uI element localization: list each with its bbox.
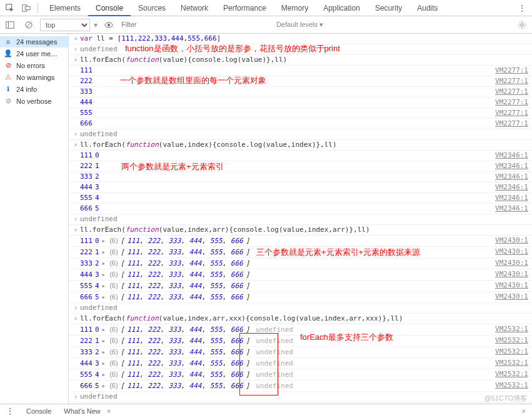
svg-point-8 [108,24,110,26]
console-input-row: › ll.forEach(function(value,index,arr){c… [69,225,532,236]
console-log-row: 333VM2277:1 [69,87,532,97]
source-link[interactable]: VM2430:1 [495,269,528,279]
source-link[interactable]: VM2277:1 [495,97,528,107]
source-link[interactable]: VM2430:1 [495,247,528,257]
tab-application[interactable]: Application [316,1,368,16]
devtools-tabbar: ElementsConsoleSourcesNetworkPerformance… [0,0,532,16]
console-input-row: › ll.forEach(function(value,index,arr,xx… [69,314,532,324]
source-link[interactable]: VM2346:1 [495,151,528,161]
console-toolbar: top ▾ Default levels ▾ [0,16,532,34]
source-link[interactable]: VM2346:1 [495,182,528,192]
console-result-row: ‹ undefined function是函数，小括号放的是形参，花括号放的类似… [69,44,532,55]
console-result-row: ‹undefined [69,392,532,402]
source-link[interactable]: VM2532:1 [495,381,528,391]
console-input-row: › ll.forEach(function(value){console.log… [69,55,532,66]
svg-rect-3 [6,21,14,28]
tab-audits[interactable]: Audits [409,1,445,16]
watermark: @51CTO博客 [484,394,527,403]
sidebar-icon: ℹ [4,85,13,93]
annotation: forEach最多支持三个参数 [300,332,393,342]
console-log-row: 333 2 ▸(6) [111, 222, 333, 444, 555, 666… [69,258,532,269]
context-selector[interactable]: top [40,19,90,31]
source-link[interactable]: VM2430:1 [495,292,528,302]
source-link[interactable]: VM2430:1 [495,236,528,246]
source-link[interactable]: VM2430:1 [495,281,528,291]
inspect-icon[interactable] [3,1,18,16]
drawer-whatsnew-tab[interactable]: What's New [60,406,104,417]
console-log-row: 555VM2277:1 [69,108,532,119]
tab-memory[interactable]: Memory [274,1,316,16]
drawer-console-tab[interactable]: Console [23,406,55,417]
more-menu-icon[interactable] [514,1,529,16]
console-log-row: 666 5 ▸(6) [111, 222, 333, 444, 555, 666… [69,381,532,392]
tab-sources[interactable]: Sources [131,1,173,16]
tab-network[interactable]: Network [173,1,216,16]
source-link[interactable]: VM2277:1 [495,76,528,86]
source-link[interactable]: VM2346:1 [495,172,528,182]
console-input-row: › var ll = [111,222,333,444,555,666] [69,34,532,44]
console-log-row: 111VM2277:1 [69,66,532,76]
console-prompt-row[interactable]: › [69,402,532,404]
close-drawer-icon[interactable]: × [518,407,529,415]
annotation: 两个参数就是元素+元素索引 [121,162,224,172]
live-expression-icon[interactable] [101,17,116,32]
console-log-row: 555 4 ▸(6) [111, 222, 333, 444, 555, 666… [69,281,532,292]
sidebar-label: No verbose [16,97,51,105]
sidebar-item[interactable]: ℹ24 info [0,83,68,95]
console-log-row: 444 3 ▸(6) [111, 222, 333, 444, 555, 666… [69,269,532,281]
tab-security[interactable]: Security [368,1,409,16]
source-link[interactable]: VM2532:1 [495,369,528,379]
drawer-tabbar: Console What's New × × [0,404,532,418]
sidebar-item[interactable]: ≡24 messages [0,36,68,47]
sidebar-toggle-icon[interactable] [3,17,18,32]
source-link[interactable]: VM2532:1 [495,336,528,346]
sidebar-item[interactable]: ⚠No warnings [0,71,68,83]
source-link[interactable]: VM2277:1 [495,66,528,76]
console-log-row: 111 0 ▸(6) [111, 222, 333, 444, 555, 666… [69,236,532,247]
source-link[interactable]: VM2277:1 [495,87,528,97]
source-link[interactable]: VM2532:1 [495,347,528,357]
source-link[interactable]: VM2346:1 [495,193,528,203]
console-log-row: 666 5 ▸(6) [111, 222, 333, 444, 555, 666… [69,292,532,303]
source-link[interactable]: VM2430:1 [495,258,528,268]
source-link[interactable]: VM2346:1 [495,204,528,214]
sidebar-label: No warnings [16,74,54,81]
svg-line-6 [27,23,31,27]
sidebar-item[interactable]: ⊘No errors [0,59,68,71]
clear-console-icon[interactable] [21,17,36,32]
console-log-row: 444 3 ▸(6) [111, 222, 333, 444, 555, 666… [69,358,532,369]
drawer-menu-icon[interactable] [3,404,18,418]
sidebar-icon: 👤 [4,49,13,57]
message-sidebar: ≡24 messages👤24 user me…⊘No errors⚠No wa… [0,34,69,404]
sidebar-label: 24 messages [16,38,57,46]
console-output[interactable]: › var ll = [111,222,333,444,555,666] ‹ u… [69,34,532,404]
sidebar-label: No errors [16,62,45,69]
sidebar-item[interactable]: 👤24 user me… [0,47,68,59]
source-link[interactable]: VM2532:1 [495,358,528,368]
sidebar-icon: ⊘ [4,97,13,105]
console-log-row: 444 3VM2346:1 [69,182,532,193]
console-log-row: 333 2VM2346:1 [69,172,532,182]
settings-icon[interactable] [514,17,529,32]
source-link[interactable]: VM2532:1 [495,324,528,334]
sidebar-item[interactable]: ⊘No verbose [0,95,68,107]
svg-rect-2 [25,6,30,9]
device-toggle-icon[interactable] [19,1,34,16]
log-levels-dropdown[interactable]: Default levels ▾ [270,21,323,29]
source-link[interactable]: VM2277:1 [495,108,528,118]
sidebar-label: 24 user me… [16,50,58,57]
console-result-row: ‹undefined [69,303,532,314]
console-log-row: 555 4 ▸(6) [111, 222, 333, 444, 555, 666… [69,369,532,381]
close-tab-icon[interactable]: × [107,407,111,415]
console-log-row: 666 5VM2346:1 [69,204,532,214]
console-result-row: ‹undefined [69,129,532,140]
tab-console[interactable]: Console [88,1,131,16]
tab-performance[interactable]: Performance [216,1,274,16]
tab-elements[interactable]: Elements [42,1,88,16]
source-link[interactable]: VM2277:1 [495,119,528,129]
filter-input[interactable] [120,20,214,29]
source-link[interactable]: VM2346:1 [495,161,528,171]
svg-point-9 [521,23,523,26]
console-log-row: 333 2 ▸(6) [111, 222, 333, 444, 555, 666… [69,347,532,358]
annotation: function是函数，小括号放的是形参，花括号放的类似于print [125,44,340,54]
